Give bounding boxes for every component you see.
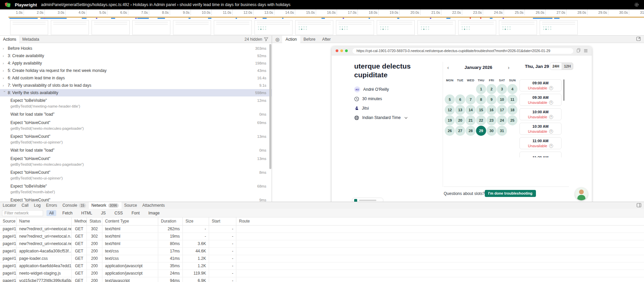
calendar-day[interactable]: 23 — [486, 115, 497, 125]
time-slot[interactable]: 11:30 AM — [519, 152, 562, 157]
toggle-12h[interactable]: 12H — [562, 63, 573, 70]
calendar-day[interactable]: 13 — [455, 105, 465, 115]
calendar-day[interactable]: 27 — [455, 126, 465, 136]
action-row[interactable]: ›8: Verify the slots availability598ms — [0, 89, 272, 96]
action-step-row[interactable]: Expect "toBeVisible"12msgetByTestId('mee… — [0, 96, 272, 110]
filter-chip-html[interactable]: HTML — [78, 210, 95, 216]
chevron-expanded-icon[interactable]: › — [3, 91, 7, 96]
tab-errors[interactable]: Errors — [43, 202, 60, 209]
calendar-day[interactable]: 2 — [486, 84, 497, 94]
calendar-day[interactable]: 8 — [476, 94, 486, 105]
tab-source[interactable]: Source — [122, 202, 140, 209]
tab-actions[interactable]: Actions — [0, 36, 19, 43]
filter-chip-css[interactable]: CSS — [112, 210, 126, 216]
calendar-day[interactable]: 28 — [466, 126, 476, 136]
action-step-row[interactable]: Expect "toBeVisible"68msgetByTestId('mon… — [0, 182, 272, 196]
film-strip-frame[interactable] — [540, 20, 578, 35]
time-slot[interactable]: 10:00 AMUnavailable? — [519, 108, 562, 120]
film-strip-frame[interactable] — [51, 20, 89, 35]
film-strip-frame[interactable] — [10, 20, 48, 35]
copy-url-icon[interactable] — [577, 48, 580, 54]
tab-locator[interactable]: Locator — [0, 202, 19, 209]
tab-call[interactable]: Call — [19, 202, 31, 209]
toggle-24h[interactable]: 24H — [550, 63, 562, 70]
film-strip-frame[interactable] — [132, 20, 170, 35]
help-question-icon[interactable]: ? — [549, 115, 553, 119]
time-slot[interactable]: 11:00 AMUnavailable? — [519, 137, 562, 149]
film-strip-frame[interactable] — [173, 20, 211, 35]
tab-log[interactable]: Log — [31, 202, 43, 209]
calendar-day[interactable]: 10 — [497, 94, 507, 105]
network-row[interactable]: page#1neeto-widget-staging.jsGET200appli… — [0, 270, 644, 277]
calendar-day[interactable]: 11 — [507, 94, 517, 105]
calendar-day[interactable]: 12 — [445, 105, 455, 115]
settings-gear-icon[interactable] — [634, 2, 639, 7]
column-header[interactable]: Start — [209, 217, 236, 225]
tab-console[interactable]: Console15 — [60, 202, 89, 209]
film-strip-frame[interactable] — [377, 20, 415, 35]
time-slot[interactable]: 10:30 AMUnavailable? — [519, 123, 562, 135]
action-row[interactable]: ›5: Create holiday via request for the n… — [0, 67, 272, 74]
action-row[interactable]: ›6: Add custom lead time in days16.4s — [0, 74, 272, 82]
action-step-row[interactable]: Wait for load state "load"0ms — [0, 146, 272, 155]
column-header[interactable]: Status — [87, 217, 102, 225]
calendar-day[interactable]: 29 — [476, 126, 486, 136]
tab-metadata[interactable]: Metadata — [19, 36, 42, 43]
action-step-row[interactable]: Expect "toHaveCount"69msgetByTestId('nee… — [0, 119, 272, 132]
calendar-day[interactable]: 18 — [507, 105, 517, 115]
prev-month-button[interactable]: ‹ — [445, 65, 451, 70]
actions-scrollbar[interactable] — [269, 44, 271, 169]
calendar-day[interactable]: 3 — [497, 84, 507, 94]
tab-action[interactable]: Action — [282, 36, 300, 43]
calendar-day[interactable]: 26 — [445, 126, 455, 136]
network-row[interactable]: page#1application-4aca6a308cf53f…GET200t… — [0, 248, 644, 255]
calendar-day[interactable]: 1 — [476, 84, 486, 94]
open-snapshot-icon[interactable] — [636, 37, 641, 42]
network-row[interactable]: page#1new?redirect_uri=neetocal.netGET20… — [0, 240, 644, 248]
time-slot[interactable]: 09:30 AMUnavailable? — [519, 94, 562, 106]
next-month-button[interactable]: › — [505, 65, 512, 70]
tab-attachments[interactable]: Attachments — [140, 202, 168, 209]
filter-chip-all[interactable]: All — [46, 210, 56, 216]
panel-layout-icon[interactable] — [637, 203, 641, 208]
action-step-row[interactable]: Expect "toHaveCount"13msgetByTestId('nee… — [0, 132, 272, 146]
calendar-day[interactable]: 20 — [455, 115, 465, 125]
network-row[interactable]: page#1new?redirect_uri=neetocal.netGET30… — [0, 226, 644, 233]
filter-chip-fetch[interactable]: Fetch — [60, 210, 75, 216]
tab-network[interactable]: Network3096 — [89, 202, 122, 209]
network-row[interactable]: page#1page-loader.cssGET200text/css41ms1… — [0, 255, 644, 263]
help-question-icon[interactable]: ? — [549, 100, 553, 105]
calendar-day[interactable]: 21 — [466, 115, 476, 125]
film-strip-frame[interactable] — [458, 20, 496, 35]
calendar-day[interactable]: 24 — [497, 115, 507, 125]
column-header[interactable]: Name — [16, 217, 72, 225]
time-slot[interactable]: 09:00 AMUnavailable? — [519, 79, 562, 91]
pick-locator-icon[interactable]: ◎ — [272, 37, 282, 42]
action-step-row[interactable]: Expect "toHaveCount"9msgetByTestId('neet… — [0, 196, 272, 202]
address-bar[interactable]: https://cpt-cal-1901-0720-56973-0.neetoc… — [352, 48, 573, 54]
film-strip-frame[interactable] — [295, 20, 333, 35]
chevron-collapsed-icon[interactable]: › — [3, 69, 8, 73]
filter-network-input[interactable] — [2, 210, 43, 216]
column-header[interactable]: Duration — [158, 217, 183, 225]
done-troubleshooting-button[interactable]: I'm done troubleshooting — [485, 190, 536, 197]
film-strip-frame[interactable] — [417, 20, 455, 35]
column-header[interactable]: Source — [0, 217, 16, 225]
help-question-icon[interactable]: ? — [549, 144, 553, 148]
action-row[interactable]: ›3: Create availability92ms — [0, 52, 272, 59]
column-header[interactable]: Content Type — [102, 217, 158, 225]
column-header[interactable]: Size — [183, 217, 209, 225]
column-header[interactable]: Route — [236, 217, 644, 225]
action-step-row[interactable]: Wait for load state "load"0ms — [0, 110, 272, 119]
chevron-collapsed-icon[interactable]: › — [3, 54, 8, 58]
tab-before[interactable]: Before — [300, 36, 319, 43]
chevron-collapsed-icon[interactable]: › — [3, 76, 8, 80]
slot-scrollbar[interactable] — [563, 79, 565, 101]
chat-widget-avatar[interactable] — [575, 188, 588, 200]
network-row[interactable]: page#1vcd15cbe7772f49c399c6a5ba…GET200te… — [0, 277, 644, 282]
calendar-day[interactable]: 7 — [466, 94, 476, 105]
calendar-day[interactable]: 19 — [445, 115, 455, 125]
film-strip-frame[interactable] — [92, 20, 130, 35]
calendar-day[interactable]: 4 — [507, 84, 517, 94]
calendar-day[interactable]: 16 — [486, 105, 497, 115]
